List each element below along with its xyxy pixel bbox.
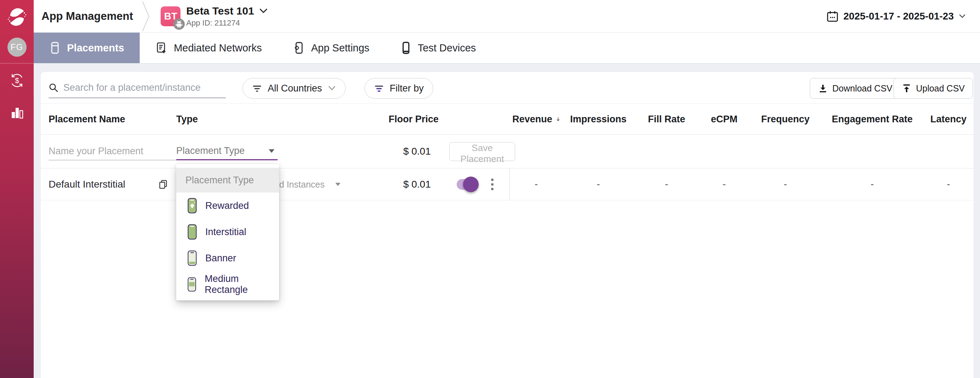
select-caret-icon: [269, 149, 275, 153]
tab-label: Mediated Networks: [174, 42, 262, 54]
chartboost-logo[interactable]: [0, 0, 34, 33]
menu-option-label: Interstitial: [205, 226, 247, 238]
col-header-frequency[interactable]: Frequency: [752, 104, 819, 134]
rewarded-phone-icon: [188, 198, 197, 214]
upload-csv-button[interactable]: Upload CSV: [894, 78, 973, 99]
new-placement-row: Placement Type $ 0.01 Save Placement: [41, 135, 974, 168]
countries-filter[interactable]: All Countries: [242, 78, 346, 99]
placements-toolbar: All Countries Filter by Download CSV: [41, 72, 974, 104]
app-selector[interactable]: BT Beta Test 101: [161, 5, 267, 28]
date-range-label: 2025-01-17 - 2025-01-23: [843, 11, 954, 22]
medium-rectangle-phone-icon: [188, 277, 196, 292]
app-icon: BT: [161, 6, 180, 26]
tab-app-settings[interactable]: App Settings: [277, 33, 385, 63]
search-icon: [49, 82, 59, 93]
placement-enabled-toggle[interactable]: [457, 179, 477, 190]
tab-label: App Settings: [311, 42, 369, 54]
col-header-latency[interactable]: Latency: [925, 104, 972, 134]
banner-phone-icon: [188, 250, 197, 266]
placements-phone-icon: [49, 41, 60, 54]
col-header-floor-price: Floor Price: [367, 114, 439, 125]
mediated-networks-icon: [155, 41, 167, 54]
filter-by-icon: [374, 83, 384, 93]
stat-fill-rate: -: [636, 168, 697, 200]
calendar-icon: [826, 10, 838, 22]
tab-test-devices[interactable]: Test Devices: [385, 33, 492, 63]
chartboost-logo-icon: [6, 6, 28, 28]
filter-by-label: Filter by: [390, 83, 424, 94]
avatar-initials: FG: [11, 42, 23, 52]
col-header-type: Type: [176, 114, 198, 125]
top-header: App Management BT: [34, 0, 980, 33]
stat-frequency: -: [752, 168, 819, 200]
content-area: All Countries Filter by Download CSV: [34, 64, 980, 378]
sort-desc-icon: [556, 115, 560, 123]
table-header-row: Placement Name Type Floor Price Revenue …: [41, 104, 974, 135]
save-placement-button[interactable]: Save Placement: [449, 142, 515, 161]
new-placement-floor-price: $ 0.01: [367, 146, 431, 157]
menu-option-label: Medium Rectangle: [205, 273, 279, 295]
date-range-picker[interactable]: 2025-01-17 - 2025-01-23: [826, 10, 966, 22]
filter-lines-icon: [252, 83, 262, 93]
android-badge-icon: [173, 18, 185, 30]
tab-mediated-networks[interactable]: Mediated Networks: [140, 33, 277, 63]
menu-option-banner[interactable]: Banner: [176, 245, 279, 271]
tab-bar: Placements Mediated Networks App Setting…: [34, 33, 980, 64]
search-input[interactable]: [64, 82, 226, 93]
download-csv-label: Download CSV: [832, 83, 892, 94]
tab-placements[interactable]: Placements: [34, 33, 140, 63]
menu-option-interstitial[interactable]: Interstitial: [176, 219, 279, 245]
menu-option-label: Banner: [205, 253, 236, 264]
stat-ecpm: -: [697, 168, 752, 200]
col-header-engagement-rate[interactable]: Engagement Rate: [819, 104, 925, 134]
row-stats: - - - - - - -: [512, 168, 972, 200]
date-range-chevron-icon: [959, 14, 966, 19]
download-csv-button[interactable]: Download CSV: [810, 78, 900, 99]
stat-headers: Revenue Impressions Fill Rate eCPM Frequ…: [512, 104, 972, 134]
app-settings-icon: [293, 41, 305, 54]
col-header-placement-name: Placement Name: [49, 114, 125, 125]
stat-revenue: -: [512, 168, 560, 200]
filter-by-button[interactable]: Filter by: [364, 78, 433, 99]
col-header-impressions[interactable]: Impressions: [560, 104, 636, 134]
add-instances-dropdown[interactable]: Add Instances: [269, 179, 341, 189]
placement-type-select[interactable]: Placement Type: [176, 142, 278, 160]
col-header-fill-rate[interactable]: Fill Rate: [636, 104, 697, 134]
toggle-knob: [463, 177, 479, 192]
countries-chevron-icon: [328, 85, 336, 91]
svg-text:$: $: [15, 76, 19, 85]
monetization-nav-icon[interactable]: $: [9, 72, 25, 89]
stat-impressions: -: [560, 168, 636, 200]
instances-caret-icon: [335, 182, 341, 186]
copy-placement-icon[interactable]: [158, 179, 169, 190]
user-avatar[interactable]: FG: [8, 38, 27, 57]
app-name: Beta Test 101: [186, 5, 254, 17]
menu-option-rewarded[interactable]: Rewarded: [176, 193, 279, 219]
col-header-ecpm[interactable]: eCPM: [697, 104, 752, 134]
row-menu-kebab-icon[interactable]: [488, 175, 496, 193]
sidebar: FG $: [0, 0, 34, 378]
test-devices-icon: [401, 41, 411, 54]
breadcrumb-separator-icon: [142, 0, 150, 33]
countries-filter-label: All Countries: [268, 83, 322, 94]
interstitial-phone-icon: [188, 224, 197, 240]
stat-latency: -: [925, 168, 972, 200]
analytics-nav-icon[interactable]: [10, 105, 24, 120]
row-floor-price: $ 0.01: [367, 179, 431, 190]
app-id: App ID: 211274: [186, 18, 267, 28]
stat-engagement-rate: -: [819, 168, 925, 200]
download-icon: [818, 83, 828, 93]
col-header-revenue[interactable]: Revenue: [512, 104, 560, 134]
menu-option-placeholder[interactable]: Placement Type: [176, 168, 279, 193]
app-meta: Beta Test 101 App ID: 211274: [186, 5, 267, 28]
placement-type-menu: Placement Type Rewarded Interstitial Ban…: [176, 164, 279, 300]
placement-type-placeholder: Placement Type: [176, 145, 245, 156]
breadcrumb-app-management[interactable]: App Management: [41, 10, 133, 23]
upload-csv-label: Upload CSV: [916, 83, 965, 94]
menu-option-label: Rewarded: [205, 200, 249, 211]
upload-icon: [902, 83, 912, 93]
search-field: [49, 78, 226, 98]
menu-option-medium-rectangle[interactable]: Medium Rectangle: [176, 271, 279, 298]
column-divider: [509, 168, 510, 200]
placement-name: Default Interstitial: [49, 179, 125, 190]
